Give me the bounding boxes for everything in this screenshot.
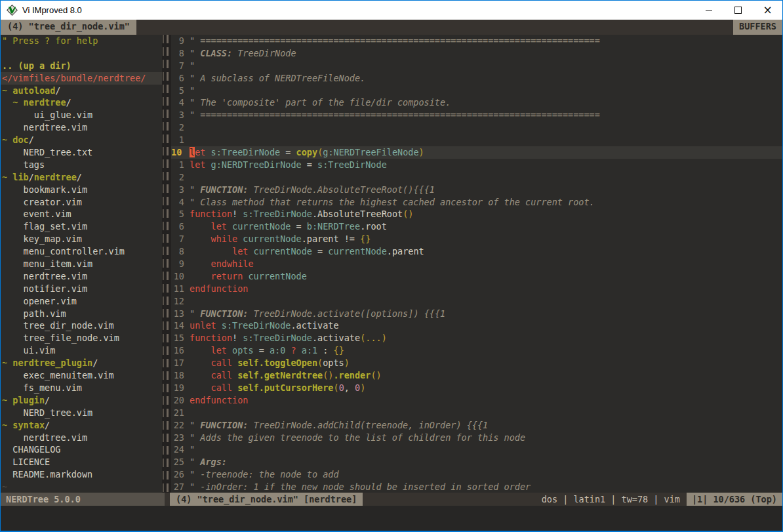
code-text: ": [190, 60, 782, 72]
code-line[interactable]: 2: [171, 171, 782, 184]
tree-dir[interactable]: ~ nerdtree_plugin/: [2, 357, 162, 369]
code-line[interactable]: 3" FUNCTION: TreeDirNode.AbsoluteTreeRoo…: [171, 184, 782, 196]
tree-file[interactable]: ui.vim: [2, 344, 162, 357]
tree-dir[interactable]: ~ plugin/: [2, 394, 162, 407]
code-text: " FUNCTION: TreeDirNode.activate([option…: [190, 308, 782, 320]
tree-dir[interactable]: ~ lib/nerdtree/: [2, 171, 162, 184]
tree-file[interactable]: flag_set.vim: [2, 220, 162, 233]
code-segment: </vimfiles/bundle/nerdtree/: [2, 73, 146, 83]
code-line[interactable]: 12: [171, 295, 782, 308]
code-line[interactable]: 19 call self.putCursorHere(0, 0): [171, 382, 782, 394]
tree-file[interactable]: tags: [2, 159, 162, 171]
tree-file[interactable]: README.markdown: [2, 468, 162, 481]
maximize-button[interactable]: [723, 1, 753, 20]
code-line[interactable]: 14unlet s:TreeDirNode.activate: [171, 319, 782, 332]
code-line[interactable]: 1let g:NERDTreeDirNode = s:TreeDirNode: [171, 159, 782, 171]
tree-file[interactable]: menu_item.vim: [2, 258, 162, 270]
line-number: 21: [171, 407, 190, 419]
tree-file[interactable]: fs_menu.vim: [2, 382, 162, 394]
tree-file[interactable]: nerdtree.vim: [2, 121, 162, 134]
window-title: Vi IMproved 8.0: [22, 5, 694, 15]
tree-file[interactable]: LICENCE: [2, 456, 162, 468]
code-line[interactable]: 23" Adds the given treenode to the list …: [171, 432, 782, 444]
code-line[interactable]: 16 let opts = a:0 ? a:1 : {}: [171, 344, 782, 357]
code-line[interactable]: 9 endwhile: [171, 258, 782, 270]
code-segment: menu_controller.vim: [24, 246, 125, 256]
code-segment: ,: [344, 382, 355, 393]
tree-file[interactable]: key_map.vim: [2, 233, 162, 245]
code-line[interactable]: 22" FUNCTION: TreeDirNode.addChild(treen…: [171, 419, 782, 432]
code-segment: tags: [24, 159, 45, 170]
tree-file[interactable]: notifier.vim: [2, 283, 162, 295]
code-line[interactable]: 5function! s:TreeDirNode.AbsoluteTreeRoo…: [171, 208, 782, 220]
code-line[interactable]: 10 return currentNode: [171, 270, 782, 283]
code-line[interactable]: 2: [171, 121, 782, 134]
editor-panel: 9" =====================================…: [171, 35, 782, 493]
code-line[interactable]: 7": [171, 60, 782, 72]
code-line[interactable]: 10let s:TreeDirNode = copy(g:NERDTreeFil…: [171, 146, 782, 159]
tree-file[interactable]: NERD_tree.txt: [2, 146, 162, 159]
code-line[interactable]: 20endfunction: [171, 394, 782, 407]
code-line[interactable]: 6" A subclass of NERDTreeFileNode.: [171, 72, 782, 85]
code-line[interactable]: 15function! s:TreeDirNode.activate(...): [171, 332, 782, 344]
tree-file[interactable]: path.vim: [2, 308, 162, 320]
tree-file[interactable]: opener.vim: [2, 295, 162, 308]
tree-file[interactable]: bookmark.vim: [2, 184, 162, 196]
code-line[interactable]: 21: [171, 407, 782, 419]
tree-file[interactable]: tree_file_node.vim: [2, 332, 162, 344]
code-line[interactable]: 1: [171, 134, 782, 146]
tree-file[interactable]: CHANGELOG: [2, 443, 162, 456]
tree-dir[interactable]: ~ doc/: [2, 134, 162, 146]
tree-file[interactable]: menu_controller.vim: [2, 245, 162, 258]
code-segment: " ======================================…: [190, 35, 600, 46]
tree-dir[interactable]: ~ syntax/: [2, 419, 162, 432]
close-button[interactable]: ×: [753, 1, 782, 20]
tabline-fill: [136, 20, 733, 35]
code-text: let g:NERDTreeDirNode = s:TreeDirNode: [190, 159, 782, 171]
code-line[interactable]: 11endfunction: [171, 283, 782, 295]
tree-file[interactable]: tree_dir_node.vim: [2, 319, 162, 332]
tree-file[interactable]: event.vim: [2, 208, 162, 220]
code-line[interactable]: 9" =====================================…: [171, 35, 782, 47]
tree-file[interactable]: ui_glue.vim: [2, 109, 162, 121]
code-line[interactable]: 25" Args:: [171, 456, 782, 468]
line-number: 1: [171, 159, 190, 171]
minimize-button[interactable]: [694, 1, 723, 20]
tree-dir[interactable]: ~ nerdtree/: [2, 96, 162, 109]
tab-tree-dir-node[interactable]: (4) "tree_dir_node.vim": [1, 20, 136, 35]
code-line[interactable]: 7 while currentNode.parent != {}: [171, 233, 782, 245]
code-segment: ": [190, 457, 200, 467]
tree-file[interactable]: nerdtree.vim: [2, 270, 162, 283]
code-line[interactable]: 8 let currentNode = currentNode.parent: [171, 245, 782, 258]
code-segment: nerdtree_plugin: [12, 358, 92, 368]
code-line[interactable]: 26" -treenode: the node to add: [171, 468, 782, 481]
code-line[interactable]: 4" The 'composite' part of the file/dir …: [171, 96, 782, 109]
code-line[interactable]: 6 let currentNode = b:NERDTree.root: [171, 220, 782, 233]
code-line[interactable]: 8" CLASS: TreeDirNode: [171, 47, 782, 60]
code-line[interactable]: 18 call self.getNerdtree().render(): [171, 369, 782, 382]
code-segment: .parent !=: [302, 234, 360, 244]
code-segment: ): [344, 358, 350, 368]
code-line[interactable]: 17 call self.toggleOpen(opts): [171, 357, 782, 369]
window-separator[interactable]: [162, 35, 171, 493]
tree-file[interactable]: exec_menuitem.vim: [2, 369, 162, 382]
code-segment: ~: [2, 420, 12, 430]
line-number: 2: [171, 171, 190, 184]
code-line[interactable]: 5": [171, 85, 782, 97]
tree-root[interactable]: </vimfiles/bundle/nerdtree/: [1, 72, 162, 85]
code-segment: ~: [2, 134, 12, 145]
code-segment: s:TreeDirNode: [243, 333, 312, 343]
command-line[interactable]: [1, 506, 782, 531]
tree-dir[interactable]: ~ autoload/: [2, 85, 162, 97]
code-line[interactable]: 24": [171, 443, 782, 456]
tree-file[interactable]: creator.vim: [2, 196, 162, 209]
code-segment: s:TreeDirNode: [211, 147, 281, 157]
code-segment: [227, 345, 232, 356]
code-line[interactable]: 13" FUNCTION: TreeDirNode.activate([opti…: [171, 308, 782, 320]
tree-file[interactable]: nerdtree.vim: [2, 432, 162, 444]
code-line[interactable]: 3" =====================================…: [171, 109, 782, 121]
code-line[interactable]: 4" Class method that returns the highest…: [171, 196, 782, 209]
tree-up-a-dir[interactable]: .. (up a dir): [2, 60, 162, 72]
tree-file[interactable]: NERD_tree.vim: [2, 407, 162, 419]
code-line[interactable]: 27" -inOrder: 1 if the new node should b…: [171, 481, 782, 493]
